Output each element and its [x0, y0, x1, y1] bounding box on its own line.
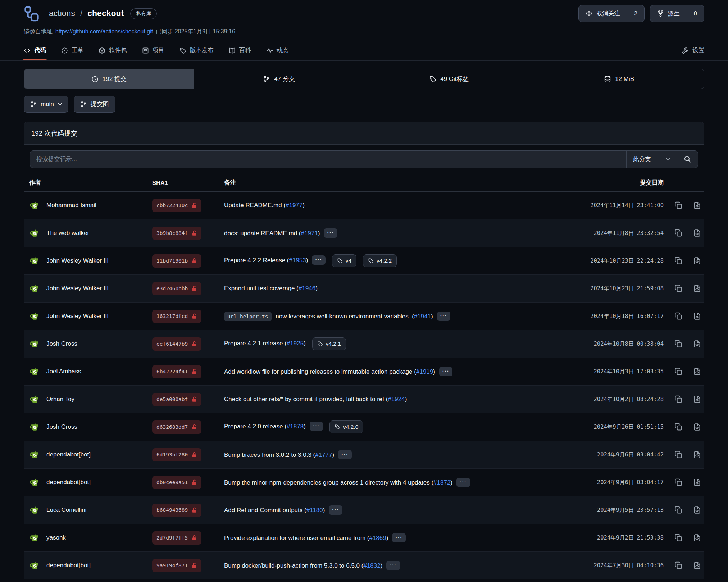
- commit-author[interactable]: John Wesley Walker III: [46, 313, 109, 320]
- tab-packages[interactable]: 软件包: [99, 40, 127, 60]
- copy-sha-button[interactable]: [674, 229, 682, 237]
- copy-sha-button[interactable]: [674, 423, 682, 431]
- tab-wiki[interactable]: 百科: [229, 40, 251, 60]
- expand-commit-button[interactable]: ···: [386, 561, 400, 570]
- copy-sha-button[interactable]: [674, 285, 682, 292]
- tab-code[interactable]: 代码: [24, 40, 46, 60]
- commit-author[interactable]: Josh Gross: [46, 340, 77, 347]
- expand-commit-button[interactable]: ···: [310, 422, 323, 431]
- copy-sha-button[interactable]: [674, 395, 682, 403]
- search-button[interactable]: [677, 151, 698, 168]
- watchers-count[interactable]: 2: [627, 5, 644, 22]
- expand-commit-button[interactable]: ···: [338, 450, 352, 459]
- pr-link[interactable]: #1869: [369, 535, 386, 541]
- commit-author[interactable]: John Wesley Walker III: [46, 285, 109, 292]
- commit-sha-link[interactable]: 6b42224f41: [152, 365, 201, 378]
- pr-link[interactable]: #1971: [301, 230, 318, 237]
- copy-sha-button[interactable]: [674, 561, 682, 569]
- commit-sha-link[interactable]: b684943689: [152, 504, 201, 517]
- tab-projects[interactable]: 项目: [142, 40, 164, 60]
- copy-sha-button[interactable]: [674, 340, 682, 348]
- commit-sha-link[interactable]: 9a9194f871: [152, 559, 201, 572]
- commit-sha-link[interactable]: 11bd71901b: [152, 254, 201, 268]
- tab-releases[interactable]: 版本发布: [179, 40, 214, 60]
- branch-selector[interactable]: main: [24, 96, 68, 113]
- pr-link[interactable]: #1977: [286, 202, 302, 209]
- copy-sha-button[interactable]: [674, 257, 682, 265]
- commit-sha-link[interactable]: d632683dd7: [152, 420, 201, 434]
- browse-source-button[interactable]: [693, 534, 701, 542]
- commit-graph-button[interactable]: 提交图: [74, 96, 115, 113]
- tag-chip[interactable]: v4: [332, 254, 356, 267]
- copy-sha-button[interactable]: [674, 478, 682, 486]
- commit-sha-link[interactable]: de5a000abf: [152, 393, 201, 406]
- commit-author[interactable]: dependabot[bot]: [46, 479, 91, 486]
- commit-author[interactable]: dependabot[bot]: [46, 562, 91, 569]
- tab-settings[interactable]: 设置: [682, 40, 704, 60]
- commit-author[interactable]: yasonk: [46, 534, 66, 541]
- pr-link[interactable]: #1832: [363, 562, 380, 569]
- commit-author[interactable]: dependabot[bot]: [46, 451, 91, 458]
- commit-sha-link[interactable]: 6d193bf280: [152, 448, 201, 461]
- fork-button[interactable]: 派生: [650, 5, 687, 22]
- browse-source-button[interactable]: [693, 368, 701, 376]
- copy-sha-button[interactable]: [674, 451, 682, 459]
- browse-source-button[interactable]: [693, 340, 701, 348]
- browse-source-button[interactable]: [693, 285, 701, 292]
- commit-sha-link[interactable]: 163217dfcd: [152, 310, 201, 323]
- commit-sha-link[interactable]: db0cee9a51: [152, 476, 201, 489]
- repo-name-link[interactable]: checkout: [87, 9, 124, 18]
- expand-commit-button[interactable]: ···: [456, 478, 470, 487]
- tag-chip[interactable]: v4.2.2: [363, 254, 397, 267]
- commit-sha-link[interactable]: e3d2460bbb: [152, 282, 201, 295]
- browse-source-button[interactable]: [693, 451, 701, 459]
- tag-chip[interactable]: v4.2.0: [329, 420, 363, 433]
- browse-source-button[interactable]: [693, 201, 701, 209]
- pr-link[interactable]: #1777: [315, 451, 332, 458]
- forks-count[interactable]: 0: [687, 5, 704, 22]
- tab-issues[interactable]: 工单: [61, 40, 83, 60]
- commit-author[interactable]: Orhan Toy: [46, 396, 74, 403]
- commit-sha-link[interactable]: cbb722410c: [152, 199, 201, 212]
- commit-author[interactable]: Mohammad Ismail: [46, 202, 96, 209]
- copy-sha-button[interactable]: [674, 368, 682, 376]
- browse-source-button[interactable]: [693, 561, 701, 569]
- pr-link[interactable]: #1924: [388, 396, 405, 403]
- pr-link[interactable]: #1925: [287, 340, 304, 347]
- pr-link[interactable]: #1941: [414, 313, 431, 320]
- browse-source-button[interactable]: [693, 229, 701, 237]
- commit-search-input[interactable]: [30, 151, 626, 168]
- expand-commit-button[interactable]: ···: [312, 255, 326, 265]
- browse-source-button[interactable]: [693, 312, 701, 320]
- expand-commit-button[interactable]: ···: [329, 505, 342, 515]
- pr-link[interactable]: #1919: [416, 368, 433, 375]
- commit-sha-link[interactable]: 2d7d9f7ff5: [152, 531, 201, 545]
- browse-source-button[interactable]: [693, 478, 701, 486]
- tab-activity[interactable]: 动态: [266, 40, 288, 60]
- pr-link[interactable]: #1872: [433, 479, 450, 486]
- pr-link[interactable]: #1180: [306, 507, 323, 514]
- browse-source-button[interactable]: [693, 257, 701, 265]
- browse-source-button[interactable]: [693, 506, 701, 514]
- commit-sha-link[interactable]: 3b9b8c884f: [152, 227, 201, 240]
- expand-commit-button[interactable]: ···: [437, 312, 451, 321]
- copy-sha-button[interactable]: [674, 312, 682, 320]
- tag-chip[interactable]: v4.2.1: [312, 337, 346, 350]
- copy-sha-button[interactable]: [674, 201, 682, 209]
- pr-link[interactable]: #1953: [289, 257, 306, 264]
- browse-source-button[interactable]: [693, 395, 701, 403]
- repo-owner-link[interactable]: actions: [49, 9, 75, 18]
- copy-sha-button[interactable]: [674, 506, 682, 514]
- mirror-url-link[interactable]: https://github.com/actions/checkout.git: [55, 28, 153, 35]
- commit-author[interactable]: Joel Ambass: [46, 368, 81, 375]
- expand-commit-button[interactable]: ···: [324, 228, 337, 238]
- branch-filter-dropdown[interactable]: 此分支: [626, 151, 677, 168]
- copy-sha-button[interactable]: [674, 534, 682, 542]
- commit-author[interactable]: Josh Gross: [46, 423, 77, 431]
- stat-commits[interactable]: 192 提交: [24, 69, 194, 89]
- pr-link[interactable]: #1946: [299, 285, 315, 292]
- stat-branches[interactable]: 47 分支: [194, 69, 364, 89]
- commit-author[interactable]: Luca Comellini: [46, 506, 87, 514]
- commit-sha-link[interactable]: eef61447b9: [152, 337, 201, 351]
- browse-source-button[interactable]: [693, 423, 701, 431]
